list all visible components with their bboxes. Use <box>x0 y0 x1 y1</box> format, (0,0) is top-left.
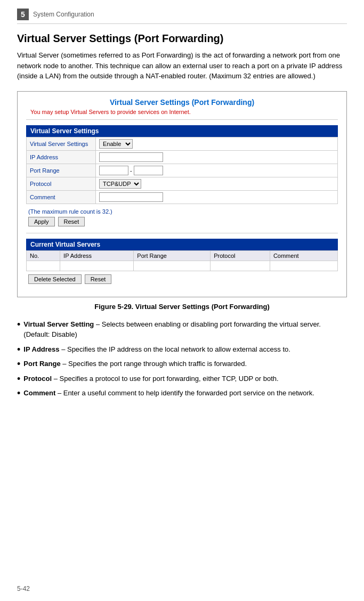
section-title: Virtual Server Settings (Port Forwarding… <box>17 33 347 45</box>
page-number: 5-42 <box>17 585 30 592</box>
bullet-term: Virtual Server Setting <box>23 320 94 328</box>
apply-button[interactable]: Apply <box>28 217 55 226</box>
table-row: Comment <box>27 190 338 204</box>
chapter-header: 5 System Configuration <box>17 9 347 24</box>
divider2 <box>26 233 338 233</box>
bullet-term: Comment <box>23 389 55 397</box>
bullet-dot: • <box>17 388 20 398</box>
list-item: • Virtual Server Setting – Selects betwe… <box>17 319 347 340</box>
bullet-text-port-range: Port Range – Specifies the port range th… <box>23 359 247 369</box>
field-value-ip <box>96 150 338 164</box>
delete-selected-button[interactable]: Delete Selected <box>28 274 82 284</box>
col-header-comment: Comment <box>270 250 337 261</box>
field-value-virtual-server: Enable Disable <box>96 137 338 150</box>
list-item: • Port Range – Specifies the port range … <box>17 359 347 369</box>
col-header-ip: IP Address <box>60 250 134 261</box>
table-row: Virtual Server Settings Enable Disable <box>27 137 338 150</box>
settings-panel-header: Virtual Server Settings <box>26 125 338 137</box>
empty-cell <box>60 261 134 271</box>
protocol-select[interactable]: TCP&UDP TCP UDP <box>99 179 141 189</box>
max-rule-note: (The maximum rule count is 32.) <box>28 208 338 215</box>
col-header-protocol: Protocol <box>211 250 270 261</box>
port-range-start-input[interactable] <box>99 166 128 175</box>
screenshot-frame: Virtual Server Settings (Port Forwarding… <box>17 91 347 297</box>
bullet-text-ip: IP Address – Specifies the IP address on… <box>23 344 290 355</box>
form-buttons: Apply Reset <box>28 217 338 226</box>
col-header-port-range: Port Range <box>134 250 211 261</box>
empty-cell <box>270 261 337 271</box>
bullet-dot: • <box>17 374 20 384</box>
intro-text: Virtual Server (sometimes referred to as… <box>17 50 347 82</box>
figure-caption: Figure 5-29. Virtual Server Settings (Po… <box>17 303 347 311</box>
bullet-text-virtual-server: Virtual Server Setting – Selects between… <box>23 319 347 340</box>
screenshot-frame-title: Virtual Server Settings (Port Forwarding… <box>26 98 338 107</box>
bullet-dot: • <box>17 320 20 329</box>
table-row: Port Range - <box>27 164 338 177</box>
bullet-text-protocol: Protocol – Specifies a protocol to use f… <box>23 373 278 384</box>
bullet-dot: • <box>17 359 20 369</box>
current-servers-table: No. IP Address Port Range Protocol Comme… <box>26 250 338 271</box>
current-panel-header: Current Virtual Servers <box>26 239 338 250</box>
comment-input[interactable] <box>99 192 163 202</box>
empty-cell <box>27 261 60 271</box>
col-header-no: No. <box>27 250 60 261</box>
field-label-virtual-server: Virtual Server Settings <box>27 137 96 150</box>
reset2-button[interactable]: Reset <box>85 274 112 284</box>
bullet-term: Protocol <box>23 375 52 383</box>
bullet-desc: – Enter a useful comment to help identif… <box>55 389 314 397</box>
bullet-text-comment: Comment – Enter a useful comment to help… <box>23 388 314 399</box>
chapter-number: 5 <box>17 9 29 20</box>
bullet-desc: – Specifies the IP address on the local … <box>60 345 290 353</box>
table-row: IP Address <box>27 150 338 164</box>
divider <box>26 119 338 120</box>
empty-cell <box>134 261 211 271</box>
field-label-port-range: Port Range <box>27 164 96 177</box>
list-item: • Comment – Enter a useful comment to he… <box>17 388 347 399</box>
current-table-buttons: Delete Selected Reset <box>28 274 338 284</box>
empty-cell <box>211 261 270 271</box>
virtual-server-select[interactable]: Enable Disable <box>99 139 133 149</box>
field-label-protocol: Protocol <box>27 177 96 190</box>
field-label-comment: Comment <box>27 190 96 204</box>
bullet-list: • Virtual Server Setting – Selects betwe… <box>17 319 347 399</box>
field-label-ip: IP Address <box>27 150 96 164</box>
port-range-end-input[interactable] <box>134 166 163 175</box>
field-value-protocol: TCP&UDP TCP UDP <box>96 177 338 190</box>
table-header-row: No. IP Address Port Range Protocol Comme… <box>27 250 338 261</box>
bullet-desc: – Specifies the port range through which… <box>61 360 247 368</box>
list-item: • Protocol – Specifies a protocol to use… <box>17 373 347 384</box>
settings-table: Virtual Server Settings Enable Disable I… <box>26 137 338 204</box>
table-row-empty <box>27 261 338 271</box>
bullet-term: Port Range <box>23 360 60 368</box>
bullet-desc: – Specifies a protocol to use for port f… <box>52 375 279 383</box>
field-value-comment <box>96 190 338 204</box>
reset-button[interactable]: Reset <box>58 217 85 226</box>
ip-address-input[interactable] <box>99 152 163 162</box>
bullet-dot: • <box>17 345 20 354</box>
list-item: • IP Address – Specifies the IP address … <box>17 344 347 355</box>
field-value-port-range: - <box>96 164 338 177</box>
table-row: Protocol TCP&UDP TCP UDP <box>27 177 338 190</box>
screenshot-subtitle: You may setup Virtual Servers to provide… <box>26 109 338 115</box>
port-range-container: - <box>99 166 334 175</box>
port-range-separator: - <box>130 167 132 174</box>
chapter-title: System Configuration <box>33 11 94 18</box>
bullet-term: IP Address <box>23 345 59 353</box>
